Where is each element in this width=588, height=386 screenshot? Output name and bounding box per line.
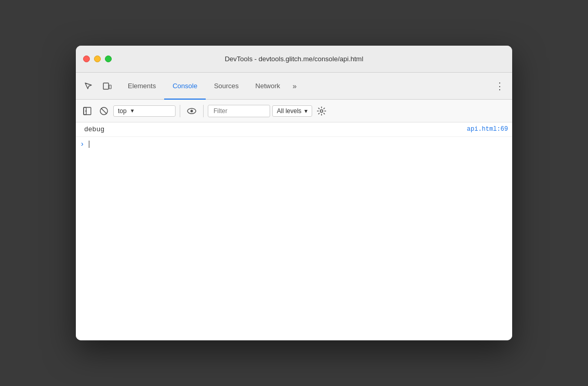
- tab-tool-icons: [80, 73, 115, 99]
- console-entry-text: debug: [84, 126, 467, 133]
- toolbar-divider-2: [203, 105, 204, 117]
- console-input-row[interactable]: ›: [76, 137, 512, 151]
- maximize-button[interactable]: [105, 56, 112, 62]
- svg-line-6: [101, 108, 107, 114]
- more-tabs-button[interactable]: »: [288, 73, 301, 99]
- console-prompt-icon: ›: [80, 140, 84, 148]
- settings-icon[interactable]: [314, 104, 329, 118]
- svg-point-8: [191, 109, 193, 112]
- traffic-lights: [83, 56, 112, 62]
- minimize-button[interactable]: [94, 56, 101, 62]
- log-levels-selector[interactable]: All levels ▾: [272, 105, 312, 117]
- tab-bar: Elements Console Sources Network » ⋮: [76, 73, 512, 100]
- title-bar: DevTools - devtools.glitch.me/console/ap…: [76, 46, 512, 73]
- clear-console-icon[interactable]: [97, 104, 111, 118]
- console-entry-source[interactable]: api.html:69: [467, 126, 508, 133]
- close-button[interactable]: [83, 56, 90, 62]
- tab-network[interactable]: Network: [247, 73, 289, 100]
- inspector-icon[interactable]: [80, 78, 97, 94]
- tab-spacer: [301, 73, 491, 99]
- devtools-menu-button[interactable]: ⋮: [491, 73, 508, 99]
- console-cursor: [89, 141, 89, 148]
- filter-input[interactable]: [208, 105, 270, 117]
- svg-rect-1: [109, 85, 111, 89]
- tab-sources[interactable]: Sources: [206, 73, 247, 100]
- svg-rect-0: [103, 83, 109, 89]
- tab-elements[interactable]: Elements: [119, 73, 164, 100]
- window-title: DevTools - devtools.glitch.me/console/ap…: [225, 55, 364, 63]
- context-selector[interactable]: top ▼: [113, 105, 176, 117]
- console-body: debug api.html:69 ›: [76, 122, 512, 340]
- live-expressions-icon[interactable]: [184, 104, 199, 118]
- sidebar-toggle-icon[interactable]: [80, 104, 95, 118]
- tab-console[interactable]: Console: [164, 73, 206, 100]
- device-toggle-icon[interactable]: [99, 78, 115, 94]
- toolbar-divider: [180, 105, 180, 117]
- svg-rect-2: [84, 107, 91, 115]
- svg-point-9: [320, 109, 323, 112]
- console-entry: debug api.html:69: [76, 122, 512, 137]
- devtools-window: DevTools - devtools.glitch.me/console/ap…: [76, 46, 512, 340]
- console-toolbar: top ▼ All levels ▾: [76, 100, 512, 122]
